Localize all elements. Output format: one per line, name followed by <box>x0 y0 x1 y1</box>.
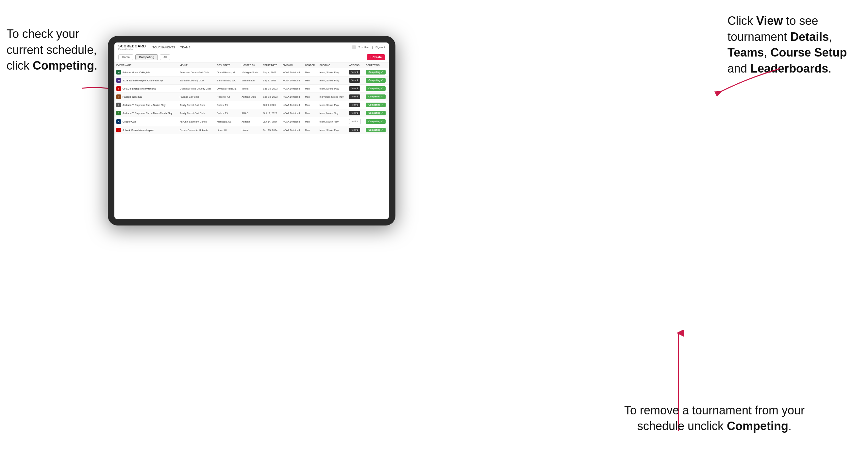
competing-button-3[interactable]: Competing ✓ <box>366 94 385 99</box>
view-button-3[interactable]: View ℹ <box>349 94 360 99</box>
city_state-cell-6: Maricopa, AZ <box>215 117 240 126</box>
competing-button-7[interactable]: Competing ✓ <box>366 128 385 132</box>
competing-cell-0: Competing ✓ <box>364 68 389 76</box>
competing-button-5[interactable]: Competing ✓ <box>366 111 385 115</box>
start_date-cell-0: Sep 4, 2023 <box>261 68 281 76</box>
city_state-cell-7: Lihue, HI <box>215 126 240 134</box>
table-header-row: EVENT NAME VENUE CITY, STATE HOSTED BY S… <box>114 62 389 68</box>
team-logo-7: H <box>116 128 121 132</box>
scoring-cell-4: team, Stroke Play <box>318 101 347 109</box>
venue-cell-5: Trinity Forest Golf Club <box>178 109 215 117</box>
hosted_by-cell-4 <box>240 101 261 109</box>
division-cell-6: NCAA Division I <box>281 117 303 126</box>
event-name-text-5: Jackson T. Stephens Cup – Men's Match Pl… <box>123 112 172 115</box>
competing-cell-4: Competing ✓ <box>364 101 389 109</box>
col-gender: GENDER <box>303 62 317 68</box>
venue-cell-1: Sahalee Country Club <box>178 76 215 85</box>
event-name-text-2: OFCC Fighting Illini Invitational <box>123 87 156 90</box>
division-cell-1: NCAA Division I <box>281 76 303 85</box>
scoring-cell-5: team, Match Play <box>318 109 347 117</box>
gender-cell-1: Men <box>303 76 317 85</box>
nav-bar: SCOREBOARD Powered by clipp TOURNAMENTS … <box>114 42 389 52</box>
filter-home[interactable]: Home <box>118 54 133 60</box>
create-button[interactable]: + Create <box>367 54 385 60</box>
competing-cell-2: Competing ✓ <box>364 85 389 93</box>
competing-button-1[interactable]: Competing ✓ <box>366 78 385 83</box>
start_date-cell-2: Sep 15, 2023 <box>261 85 281 93</box>
col-start-date: START DATE <box>261 62 281 68</box>
division-cell-7: NCAA Division I <box>281 126 303 134</box>
venue-cell-7: Ocean Course At Hokuala <box>178 126 215 134</box>
hosted_by-cell-1: Washington <box>240 76 261 85</box>
action-cell-6: ✏ Edit <box>347 117 364 126</box>
gender-cell-5: Men <box>303 109 317 117</box>
edit-button-6[interactable]: ✏ Edit <box>349 119 361 124</box>
city_state-cell-5: Dallas, TX <box>215 109 240 117</box>
start_date-cell-7: Feb 15, 2024 <box>261 126 281 134</box>
filter-all[interactable]: All <box>160 54 170 60</box>
tablet: SCOREBOARD Powered by clipp TOURNAMENTS … <box>108 36 396 225</box>
col-actions: ACTIONS <box>347 62 364 68</box>
action-cell-7: View ℹ <box>347 126 364 134</box>
competing-button-2[interactable]: Competing ✓ <box>366 86 385 91</box>
scoreboard-powered: Powered by clipp <box>118 48 146 50</box>
division-cell-5: NCAA Division I <box>281 109 303 117</box>
event-name-text-7: John A. Burns Intercollegiate <box>123 129 154 132</box>
signout-link[interactable]: Sign out <box>375 46 385 49</box>
competing-cell-6: Competing ✓ <box>364 117 389 126</box>
col-scoring: SCORING <box>318 62 347 68</box>
nav-teams[interactable]: TEAMS <box>180 46 190 49</box>
scoring-cell-3: individual, Stroke Play <box>318 93 347 101</box>
venue-cell-3: Papago Golf Club <box>178 93 215 101</box>
gender-cell-6: Men <box>303 117 317 126</box>
competing-cell-1: Competing ✓ <box>364 76 389 85</box>
col-event-name: EVENT NAME <box>114 62 178 68</box>
scoring-cell-1: team, Stroke Play <box>318 76 347 85</box>
scoreboard-brand: SCOREBOARD Powered by clipp <box>118 44 146 50</box>
annotation-bottom-right: To remove a tournament from your schedul… <box>620 403 809 434</box>
table-row: W 2023 Sahalee Players Championship Saha… <box>114 76 389 85</box>
view-button-5[interactable]: View ℹ <box>349 111 360 115</box>
nav-tournaments[interactable]: TOURNAMENTS <box>152 46 175 49</box>
event-name-text-3: Papago Individual <box>123 95 142 98</box>
view-button-4[interactable]: View ℹ <box>349 103 360 107</box>
competing-button-4[interactable]: Competing ✓ <box>366 103 385 107</box>
team-logo-1: W <box>116 78 121 83</box>
city_state-cell-0: Grand Haven, MI <box>215 68 240 76</box>
view-button-0[interactable]: View ℹ <box>349 70 360 74</box>
nav-user: Test User <box>359 46 370 49</box>
city_state-cell-3: Phoenix, AZ <box>215 93 240 101</box>
team-logo-2: I <box>116 86 121 91</box>
filter-competing[interactable]: Competing <box>135 54 158 60</box>
gender-cell-2: Men <box>303 85 317 93</box>
event-name-cell-6: A Copper Cup <box>114 117 178 126</box>
filter-bar: Home Competing All + Create <box>114 52 389 62</box>
action-cell-5: View ℹ <box>347 109 364 117</box>
table-row: P Papago Individual Papago Golf ClubPhoe… <box>114 93 389 101</box>
event-name-cell-3: P Papago Individual <box>114 93 178 101</box>
hosted_by-cell-2: Illinois <box>240 85 261 93</box>
event-name-cell-2: I OFCC Fighting Illini Invitational <box>114 85 178 93</box>
city_state-cell-4: Dallas, TX <box>215 101 240 109</box>
hosted_by-cell-6: Arizona <box>240 117 261 126</box>
start_date-cell-1: Sep 9, 2023 <box>261 76 281 85</box>
event-name-text-6: Copper Cup <box>123 120 135 123</box>
view-button-1[interactable]: View ℹ <box>349 78 360 83</box>
division-cell-0: NCAA Division I <box>281 68 303 76</box>
competing-button-0[interactable]: Competing ✓ <box>366 70 385 74</box>
col-division: DIVISION <box>281 62 303 68</box>
view-button-7[interactable]: View ℹ <box>349 128 360 132</box>
table-row: A Copper Cup Ak-Chin Southern DunesMaric… <box>114 117 389 126</box>
venue-cell-4: Trinity Forest Golf Club <box>178 101 215 109</box>
gender-cell-4: Men <box>303 101 317 109</box>
competing-button-6[interactable]: Competing ✓ <box>366 119 385 124</box>
hosted_by-cell-0: Michigan State <box>240 68 261 76</box>
table-row: H John A. Burns Intercollegiate Ocean Co… <box>114 126 389 134</box>
col-city-state: CITY, STATE <box>215 62 240 68</box>
event-name-cell-7: H John A. Burns Intercollegiate <box>114 126 178 134</box>
table-row: M Folds of Honor Collegiate American Dun… <box>114 68 389 76</box>
view-button-2[interactable]: View ℹ <box>349 86 360 91</box>
city_state-cell-1: Sammamish, WA <box>215 76 240 85</box>
table-row: J Jackson T. Stephens Cup – Men's Match … <box>114 109 389 117</box>
competing-cell-3: Competing ✓ <box>364 93 389 101</box>
